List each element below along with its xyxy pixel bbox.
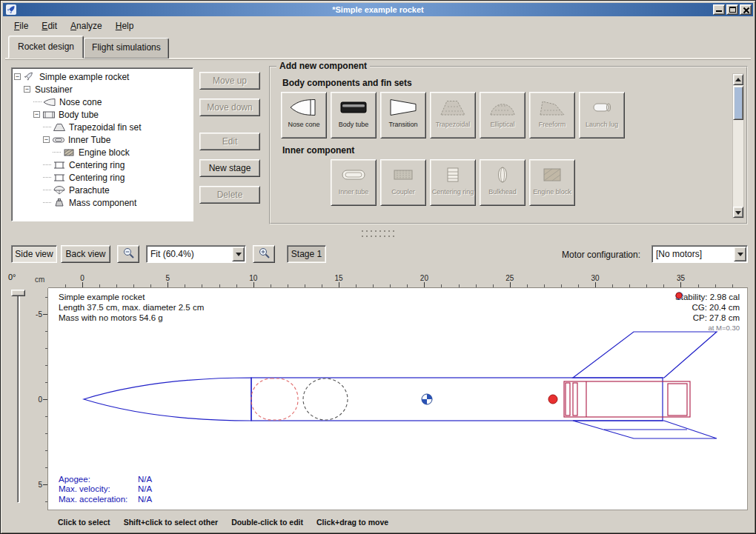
ruler-tick [45,433,47,434]
cg-marker[interactable] [422,394,432,404]
body-tube-outline[interactable] [251,378,663,421]
mach-note: at M=0.30 [675,323,740,333]
motor-configuration-label: Motor configuration: [562,250,640,260]
flight-label: Max. velocity: [59,484,138,495]
component-panel-scrollbar[interactable] [732,73,744,218]
coupler-icon [388,164,418,186]
tree-item-label[interactable]: Parachute [67,185,112,196]
launch-lug-icon [587,96,617,119]
tree-item-body-tube[interactable]: −Body tube [13,108,191,121]
magnifier-plus-icon [258,247,271,261]
ruler-tick [202,284,202,287]
ruler-tick [43,484,47,485]
tree-item-label[interactable]: Trapezoidal fin set [67,122,144,133]
splitter-grip[interactable] [361,230,395,233]
tree-item-label[interactable]: Nose cone [57,97,104,107]
new-stage-button[interactable]: New stage [199,159,260,177]
scroll-up-button[interactable] [733,74,743,85]
tree-item-label[interactable]: Engine block [76,147,132,158]
chevron-down-icon[interactable] [734,247,746,261]
split-pane-divider[interactable] [1,227,755,241]
tree-expander-icon[interactable]: − [24,86,30,93]
chevron-down-icon[interactable] [232,247,245,261]
tree-item-label[interactable]: Sustainer [33,84,75,95]
tree-item-label[interactable]: Centering ring [67,160,127,170]
tree-item-engine-block[interactable]: Engine block [13,146,191,158]
zoom-out-button[interactable] [117,245,139,263]
inner-tube-outline[interactable] [564,381,690,417]
tree-expander-icon[interactable]: − [14,73,21,80]
zoom-in-button[interactable] [253,245,275,263]
tree-item-label[interactable]: Inner Tube [66,135,113,145]
rotation-slider-handle[interactable] [11,290,25,296]
flight-label: Max. acceleration: [59,495,138,505]
tree-item-inner-tube[interactable]: −Inner Tube [13,133,191,146]
nose-cone-outline[interactable] [84,378,251,421]
tree-expander-icon[interactable]: − [33,111,40,118]
nose-cone-component-button[interactable]: Nose cone [281,92,327,138]
zoom-select[interactable]: Fit (60.4%) [146,245,246,263]
centering-ring-2[interactable] [573,383,577,415]
tree-item-nose-cone[interactable]: Nose cone [13,96,191,108]
cp-value: CP: 27.8 cm [693,313,740,323]
status-hint: Shift+click to select other [124,518,219,527]
engine-block-outline[interactable] [668,384,687,415]
status-hints: Click to selectShift+click to select oth… [58,517,402,527]
tree-item-simple-example-rocket[interactable]: −Simple example rocket [13,70,191,83]
ruler-number: 30 [591,274,600,282]
scroll-down-button[interactable] [733,207,743,218]
menu-item-analyze[interactable]: Analyze [65,19,107,33]
back-view-button[interactable]: Back view [61,245,110,263]
tree-expander-icon[interactable]: − [43,136,50,143]
stage-1-toggle[interactable]: Stage 1 [287,245,326,263]
ruler-tick [45,297,47,298]
tree-item-parachute[interactable]: Parachute [13,184,191,196]
body-tube-component-button[interactable]: Body tube [331,92,377,138]
ruler-number: 20 [420,274,428,282]
ruler-tick [561,284,562,287]
tree-item-label[interactable]: Mass component [67,198,139,208]
transition-component-button[interactable]: Transition [380,92,426,138]
tree-item-trapezoidal-fin-set[interactable]: Trapezoidal fin set [13,121,191,133]
menu-item-edit[interactable]: Edit [36,19,62,33]
magnifier-minus-icon [122,247,135,261]
side-view-button[interactable]: Side view [11,245,57,263]
app-icon[interactable] [6,4,16,15]
tree-item-sustainer[interactable]: −Sustainer [13,83,191,96]
tree-item-label[interactable]: Simple example rocket [37,72,131,82]
tab-rocket-design[interactable]: Rocket design [8,36,84,59]
centering-ring-1[interactable] [566,383,570,415]
tree-item-centering-ring[interactable]: Centering ring [13,158,191,171]
tree-item-label[interactable]: Body tube [56,110,101,120]
minimize-icon [716,10,722,12]
rocket-icon [23,72,37,81]
trapezoidal-component-button: Trapezoidal [430,92,476,138]
splitter-grip[interactable] [361,235,395,238]
menu-item-help[interactable]: Help [110,19,139,33]
ruler-tick [45,348,47,349]
parachute-dashed[interactable] [251,378,298,420]
arrow-down-icon [735,211,741,215]
motor-configuration-select[interactable]: [No motors] [651,245,748,263]
ruler-tick [544,284,545,287]
tree-item-centering-ring[interactable]: Centering ring [13,171,191,184]
fin-upper[interactable] [573,332,717,378]
cp-marker[interactable] [548,395,557,404]
ruler-tick [150,284,151,287]
engine-block-component-button: Engine block [529,159,575,206]
tree-item-label[interactable]: Centering ring [67,173,127,183]
rocket-design-canvas[interactable]: Simple example rocket Length 37.5 cm, ma… [48,288,748,510]
tree-item-mass-component[interactable]: Mass component [13,196,191,209]
menu-item-file[interactable]: File [9,19,33,33]
close-button[interactable] [740,4,752,15]
mass-icon [53,198,67,207]
scrollbar-thumb[interactable] [733,86,743,120]
rotation-slider-track[interactable] [17,293,20,503]
ruler-tick [45,467,47,468]
minimize-button[interactable] [713,4,725,15]
maximize-button[interactable] [726,4,738,15]
mass-component-dashed[interactable] [303,378,348,420]
component-tree[interactable]: −Simple example rocket−SustainerNose con… [11,67,193,221]
tab-flight-simulations[interactable]: Flight simulations [84,38,169,59]
flight-value: N/A [138,475,152,484]
